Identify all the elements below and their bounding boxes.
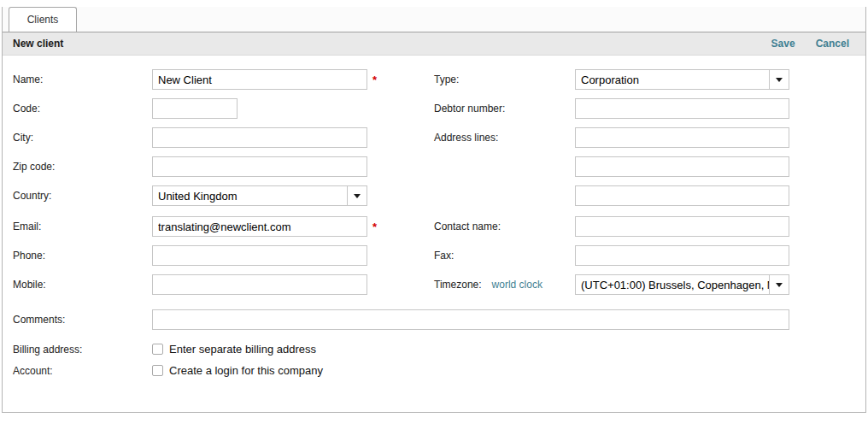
account-checkbox-label[interactable]: Create a login for this company: [169, 364, 323, 377]
row-code-debtor: Code: Debtor number:: [13, 98, 865, 119]
chevron-down-icon: [769, 275, 789, 294]
fax-input[interactable]: [575, 245, 789, 266]
chevron-down-icon: [769, 70, 789, 89]
header-actions: Save Cancel: [771, 38, 865, 50]
row-mobile-timezone: Mobile: Timezone: world clock (UTC+01:00…: [13, 274, 865, 295]
row-billing-address: Billing address: Enter separate billing …: [13, 343, 865, 355]
mobile-input[interactable]: [152, 274, 367, 295]
new-client-panel: New client Save Cancel Name: * Type: Cor…: [2, 32, 866, 413]
code-input[interactable]: [152, 98, 238, 119]
email-input[interactable]: [152, 216, 367, 237]
cancel-button[interactable]: Cancel: [816, 38, 849, 50]
country-label: Country:: [13, 190, 152, 202]
address-lines-label: Address lines:: [434, 132, 575, 144]
row-phone-fax: Phone: Fax:: [13, 245, 865, 266]
email-label: Email:: [13, 221, 152, 232]
timezone-select-value: (UTC+01:00) Brussels, Copenhagen, Madrid…: [576, 275, 769, 294]
row-country-address3: Country: United Kingdom: [13, 185, 865, 206]
timezone-label: Timezone:: [434, 279, 482, 291]
tab-clients[interactable]: Clients: [9, 7, 77, 32]
phone-label: Phone:: [13, 250, 152, 262]
comments-input[interactable]: [152, 309, 789, 330]
page-title: New client: [3, 38, 63, 50]
row-city-address1: City: Address lines:: [13, 127, 865, 148]
city-input[interactable]: [152, 127, 367, 148]
city-label: City:: [13, 132, 152, 144]
world-clock-link[interactable]: world clock: [492, 279, 542, 291]
account-label: Account:: [13, 365, 152, 377]
address-line-2-input[interactable]: [575, 156, 789, 177]
row-account: Account: Create a login for this company: [13, 364, 865, 376]
billing-address-checkbox-label[interactable]: Enter separate billing address: [169, 343, 316, 356]
new-client-form: Name: * Type: Corporation Code:: [3, 56, 865, 412]
account-checkbox[interactable]: [152, 365, 163, 376]
phone-input[interactable]: [152, 245, 367, 266]
type-select-value: Corporation: [576, 70, 769, 89]
required-marker: *: [372, 74, 377, 86]
timezone-select[interactable]: (UTC+01:00) Brussels, Copenhagen, Madrid…: [575, 274, 789, 295]
chevron-down-icon: [347, 186, 367, 205]
code-label: Code:: [13, 103, 152, 115]
type-label: Type:: [434, 74, 575, 85]
contact-name-label: Contact name:: [434, 221, 575, 232]
row-zip-address2: Zip code:: [13, 156, 865, 177]
contact-name-input[interactable]: [575, 216, 789, 237]
country-select[interactable]: United Kingdom: [152, 185, 367, 206]
fax-label: Fax:: [434, 250, 575, 262]
new-client-page: Clients New client Save Cancel Name: * T…: [0, 7, 868, 447]
mobile-label: Mobile:: [13, 279, 152, 291]
name-input[interactable]: [152, 69, 367, 90]
zip-code-label: Zip code:: [13, 161, 152, 173]
row-name-type: Name: * Type: Corporation: [13, 69, 865, 90]
required-marker: *: [372, 221, 377, 233]
address-line-3-input[interactable]: [575, 185, 789, 206]
save-button[interactable]: Save: [771, 38, 795, 50]
address-line-1-input[interactable]: [575, 127, 789, 148]
row-email-contact: Email: * Contact name:: [13, 216, 865, 237]
row-comments: Comments:: [13, 309, 865, 330]
comments-label: Comments:: [13, 314, 152, 326]
tab-clients-label: Clients: [27, 14, 59, 26]
debtor-number-label: Debtor number:: [434, 103, 575, 115]
country-select-value: United Kingdom: [153, 186, 347, 205]
zip-code-input[interactable]: [152, 156, 367, 177]
tab-bar: Clients: [2, 7, 866, 32]
panel-header: New client Save Cancel: [3, 32, 865, 56]
billing-address-label: Billing address:: [13, 344, 152, 356]
billing-address-checkbox[interactable]: [152, 344, 163, 355]
type-select[interactable]: Corporation: [575, 69, 789, 90]
debtor-number-input[interactable]: [575, 98, 789, 119]
name-label: Name:: [13, 74, 152, 85]
